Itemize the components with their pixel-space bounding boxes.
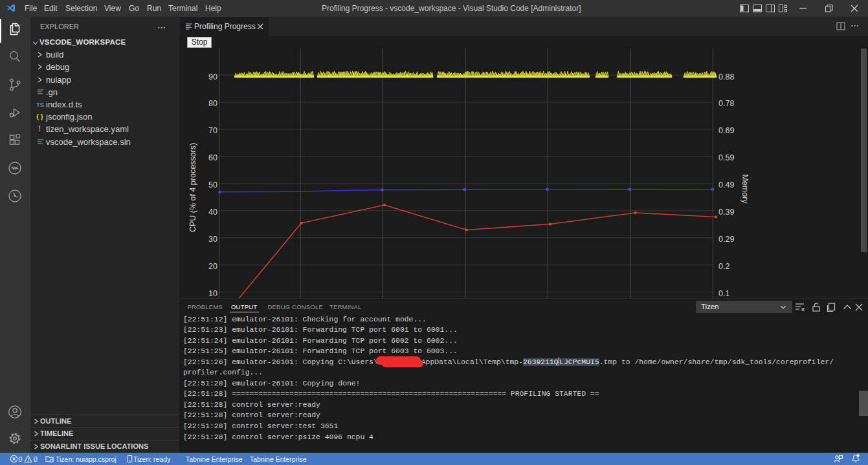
svg-text:20: 20: [208, 262, 217, 271]
svg-text:0.78: 0.78: [718, 99, 734, 108]
svg-text:50: 50: [208, 180, 217, 189]
svg-text:Memory: Memory: [740, 174, 750, 204]
svg-text:0.29: 0.29: [718, 235, 734, 244]
svg-text:10: 10: [208, 289, 217, 298]
svg-text:80: 80: [208, 99, 217, 108]
svg-text:0.1: 0.1: [718, 289, 729, 298]
svg-text:0.49: 0.49: [718, 180, 734, 189]
svg-text:0.88: 0.88: [718, 72, 734, 81]
svg-text:0.59: 0.59: [718, 153, 734, 162]
svg-text:60: 60: [208, 153, 217, 162]
svg-text:40: 40: [208, 208, 217, 217]
svg-text:0.2: 0.2: [718, 262, 729, 271]
svg-text:0.69: 0.69: [718, 126, 734, 135]
svg-text:70: 70: [208, 126, 217, 135]
svg-text:CPU (% of 4 processors): CPU (% of 4 processors): [188, 143, 197, 232]
svg-text:30: 30: [208, 235, 217, 244]
svg-text:90: 90: [208, 72, 217, 81]
svg-text:0.39: 0.39: [718, 208, 734, 217]
